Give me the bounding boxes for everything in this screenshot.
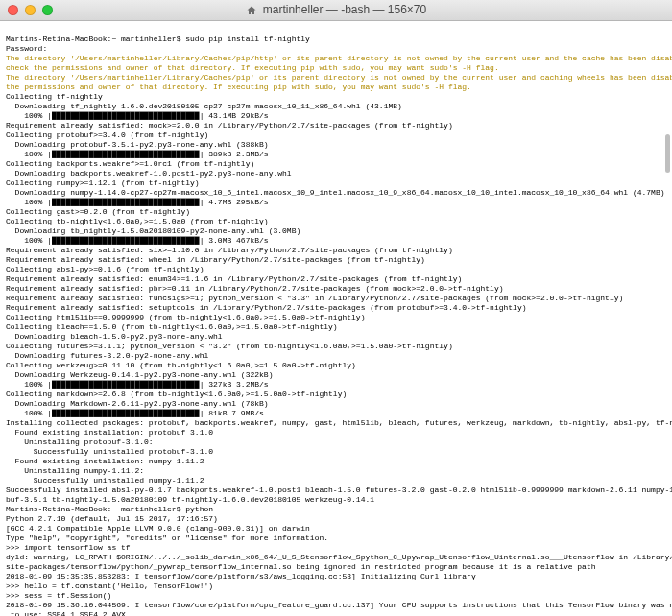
out-line: Successfully installed absl-py-0.1.7 bac…: [6, 486, 672, 494]
cmd-python: python: [185, 505, 213, 513]
out-line: Collecting numpy>=1.12.1 (from tf-nightl…: [6, 178, 200, 187]
out-line: Uninstalling numpy-1.11.2:: [6, 466, 144, 475]
out-line: Requirement already satisfied: setuptool…: [6, 303, 527, 312]
repl-line: >>> sess = tf.Session(): [6, 591, 111, 600]
out-line: site-packages/tensorflow/python/_pywrap_…: [6, 562, 596, 571]
home-icon: [246, 5, 257, 16]
progress-bar: 100% |████████████████████████████████| …: [6, 236, 269, 245]
out-line: Requirement already satisfied: enum34>=1…: [6, 274, 462, 283]
out-line: Found existing installation: protobuf 3.…: [6, 428, 213, 437]
out-line: [GCC 4.2.1 Compatible Apple LLVM 9.0.0 (…: [6, 524, 310, 533]
progress-bar: 100% |████████████████████████████████| …: [6, 198, 269, 206]
out-line: Requirement already satisfied: mock>=2.0…: [6, 121, 453, 130]
out-line: Collecting backports.weakref>=1.0rc1 (fr…: [6, 159, 254, 168]
zoom-window-button[interactable]: [42, 5, 53, 15]
out-line: Requirement already satisfied: funcsigs>…: [6, 294, 623, 302]
out-line: Collecting werkzeug>=0.11.10 (from tb-ni…: [6, 361, 356, 369]
out-line: buf-3.5.1 tb-nightly-1.5.0a20180109 tf-n…: [6, 495, 374, 504]
out-line: Python 2.7.10 (default, Jul 15 2017, 17:…: [6, 514, 218, 523]
out-line: Downloading protobuf-3.5.1-py2.py3-none-…: [6, 140, 269, 149]
progress-bar: 100% |████████████████████████████████| …: [6, 409, 264, 417]
out-line: Collecting futures>=3.1.1; python_versio…: [6, 342, 453, 350]
out-line: Collecting tb-nightly<1.6.0a0,>=1.5.0a0 …: [6, 217, 269, 225]
pip-warning-line: The directory '/Users/martinheller/Libra…: [6, 54, 672, 62]
out-line: Collecting markdown>=2.6.8 (from tb-nigh…: [6, 390, 347, 398]
out-line: Uninstalling protobuf-3.1.0:: [6, 438, 154, 446]
minimize-window-button[interactable]: [25, 5, 36, 15]
window-titlebar: martinheller — -bash — 156×70: [0, 0, 672, 21]
pip-warning-line: the permissions and owner of that direct…: [6, 83, 471, 91]
terminal-output[interactable]: Martins-Retina-MacBook:~ martinheller$ s…: [0, 21, 672, 616]
progress-bar: 100% |████████████████████████████████| …: [6, 111, 269, 120]
out-line: Requirement already satisfied: six>=1.10…: [6, 246, 453, 254]
out-line: Downloading futures-3.2.0-py2-none-any.w…: [6, 351, 208, 360]
out-line: Successfully uninstalled numpy-1.11.2: [6, 476, 204, 485]
out-line: Requirement already satisfied: pbr>=0.11…: [6, 284, 503, 293]
out-line: Successfully uninstalled protobuf-3.1.0: [6, 447, 213, 456]
pip-warning-line: check the permissions and owner of that …: [6, 63, 499, 72]
out-line: Installing collected packages: protobuf,…: [6, 418, 672, 427]
out-line: Collecting bleach==1.5.0 (from tb-nightl…: [6, 322, 338, 331]
prompt: Martins-Retina-MacBook:~ martinheller$: [6, 35, 180, 43]
out-line: Found existing installation: numpy 1.11.…: [6, 457, 204, 465]
prompt: Martins-Retina-MacBook:~ martinheller$: [6, 505, 180, 513]
out-line: Downloading Markdown-2.6.11-py2.py3-none…: [6, 399, 269, 408]
progress-bar: 100% |████████████████████████████████| …: [6, 380, 269, 389]
out-line: to use: SSE4.1 SSE4.2 AVX: [6, 610, 126, 616]
out-line: Collecting tf-nightly: [6, 92, 103, 101]
out-line: Collecting absl-py>=0.1.6 (from tf-night…: [6, 265, 204, 273]
out-line: 2018-01-09 15:36:10.044569: I tensorflow…: [6, 601, 672, 609]
window-title: martinheller — -bash — 156×70: [0, 3, 672, 17]
out-line: Downloading numpy-1.14.0-cp27-cp27m-maco…: [6, 188, 665, 197]
progress-bar: 100% |████████████████████████████████| …: [6, 150, 269, 158]
out-line: Downloading tf_nightly-1.6.0.dev20180105…: [6, 102, 402, 110]
out-line: Collecting protobuf>=3.4.0 (from tf-nigh…: [6, 130, 208, 139]
out-line: Collecting html5lib==0.9999999 (from tb-…: [6, 313, 365, 321]
pip-warning-line: The directory '/Users/martinheller/Libra…: [6, 73, 672, 82]
traffic-lights: [8, 5, 53, 15]
out-line: Type "help", "copyright", "credits" or "…: [6, 533, 328, 542]
cmd-install: sudo pip install tf-nightly: [185, 35, 310, 43]
out-line: Downloading tb_nightly-1.5.0a20180109-py…: [6, 226, 300, 235]
out-line: Downloading bleach-1.5.0-py2.py3-none-an…: [6, 332, 223, 341]
password-label: Password:: [6, 44, 47, 53]
repl-line: >>> import tensorflow as tf: [6, 543, 131, 552]
window-title-text: martinheller — -bash — 156×70: [263, 3, 426, 17]
out-line: Requirement already satisfied: wheel in …: [6, 255, 425, 264]
out-line: 2018-01-09 15:35:35.853283: I tensorflow…: [6, 572, 476, 580]
out-line: Collecting gast>=0.2.0 (from tf-nightly): [6, 207, 190, 216]
scrollbar-thumb[interactable]: [665, 134, 670, 173]
close-window-button[interactable]: [8, 5, 18, 15]
out-line: Downloading Werkzeug-0.14.1-py2.py3-none…: [6, 370, 273, 379]
out-line: dyld: warning, LC_RPATH $ORIGIN/../../_s…: [6, 553, 672, 561]
out-line: Downloading backports.weakref-1.0.post1-…: [6, 169, 292, 178]
repl-line: >>> hello = tf.constant('Hello, TensorFl…: [6, 581, 213, 590]
